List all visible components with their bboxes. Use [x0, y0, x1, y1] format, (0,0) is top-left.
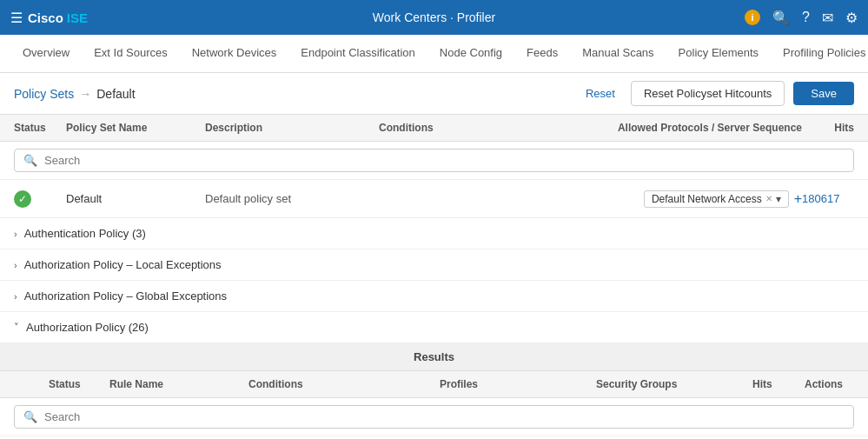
policy-name-default: Default — [66, 192, 205, 205]
sub-col-status: Status — [49, 378, 109, 390]
col-description: Description — [205, 122, 379, 134]
nav-tabs: Overview Ext Id Sources Network Devices … — [0, 35, 868, 73]
reset-button[interactable]: Reset — [579, 83, 622, 103]
cisco-logo: Cisco ISE — [28, 10, 88, 25]
policy-row-default: ✓ Default Default policy set Default Net… — [0, 180, 868, 218]
sub-col-profiles: Profiles — [440, 378, 596, 390]
settings-icon[interactable]: ⚙ — [845, 10, 858, 26]
breadcrumb-arrow: → — [79, 87, 91, 101]
chevron-right-icon: › — [14, 291, 17, 302]
search-icon[interactable]: 🔍 — [772, 10, 790, 26]
header-right: i 🔍 ? ✉ ⚙ — [745, 10, 858, 26]
policy-search-input[interactable] — [44, 154, 845, 167]
info-badge-icon[interactable]: i — [745, 10, 760, 25]
ise-text: ISE — [67, 10, 88, 25]
sub-col-conditions: Conditions — [248, 378, 440, 390]
save-button[interactable]: Save — [793, 82, 854, 105]
protocol-add-button[interactable]: + — [794, 191, 802, 207]
col-status: Status — [14, 122, 66, 134]
section-authentication-label: Authentication Policy (3) — [24, 227, 146, 240]
section-authentication-policy[interactable]: › Authentication Policy (3) — [0, 218, 868, 249]
tab-profiling-policies[interactable]: Profiling Policies — [771, 35, 868, 73]
section-authorization-label: Authorization Policy (26) — [26, 321, 149, 334]
tab-node-config[interactable]: Node Config — [427, 35, 514, 73]
chevron-right-icon: › — [14, 260, 17, 270]
policy-description-default: Default policy set — [205, 192, 379, 205]
col-policy-set-name: Policy Set Name — [66, 122, 205, 134]
policy-search-row: 🔍 — [0, 142, 868, 180]
header-left: ☰ Cisco ISE — [10, 10, 88, 26]
section-auth-local-exceptions[interactable]: › Authorization Policy – Local Exception… — [0, 249, 868, 281]
page-actions: Reset Reset Policyset Hitcounts Save — [579, 81, 854, 106]
breadcrumb-current: Default — [96, 87, 135, 101]
tab-endpoint-classification[interactable]: Endpoint Classification — [288, 35, 427, 73]
breadcrumb: Policy Sets → Default — [14, 87, 136, 101]
tab-feeds[interactable]: Feeds — [514, 35, 570, 73]
sub-col-actions: Actions — [805, 378, 868, 390]
page-title-bar: Policy Sets → Default Reset Reset Policy… — [0, 73, 868, 115]
help-icon[interactable]: ? — [802, 10, 810, 25]
section-auth-global-exceptions[interactable]: › Authorization Policy – Global Exceptio… — [0, 281, 868, 312]
search-icon: 🔍 — [23, 154, 37, 167]
chevron-down-icon: ˅ — [14, 322, 19, 333]
cisco-text: Cisco — [28, 10, 63, 25]
tab-ext-id-sources[interactable]: Ext Id Sources — [82, 35, 180, 73]
hits-link-default[interactable]: 180617 — [802, 192, 854, 205]
search-icon: 🔍 — [23, 410, 37, 423]
protocol-chip-label: Default Network Access — [652, 193, 762, 205]
col-allowed-protocols: Allowed Protocols / Server Sequence — [576, 122, 802, 134]
results-header: Results — [0, 343, 868, 371]
policy-table-header: Status Policy Set Name Description Condi… — [0, 115, 868, 142]
tab-overview[interactable]: Overview — [10, 35, 82, 73]
messages-icon[interactable]: ✉ — [822, 10, 833, 26]
section-local-exceptions-label: Authorization Policy – Local Exceptions — [24, 258, 222, 271]
protocol-chip: Default Network Access ✕ ▾ — [644, 190, 789, 208]
auth-search-input[interactable] — [44, 410, 845, 423]
section-global-exceptions-label: Authorization Policy – Global Exceptions — [24, 289, 227, 303]
hamburger-icon[interactable]: ☰ — [10, 10, 23, 26]
top-header: ☰ Cisco ISE Work Centers · Profiler i 🔍 … — [0, 0, 868, 35]
reset-policyset-button[interactable]: Reset Policyset Hitcounts — [631, 81, 785, 106]
chip-remove-icon[interactable]: ✕ — [765, 194, 772, 203]
sub-col-rule-name: Rule Name — [109, 378, 248, 390]
breadcrumb-parent[interactable]: Policy Sets — [14, 87, 74, 101]
col-hits: Hits — [802, 122, 854, 134]
section-authorization-policy[interactable]: ˅ Authorization Policy (26) — [0, 312, 868, 343]
auth-search-row: 🔍 — [0, 398, 868, 436]
auth-table-header: Status Rule Name Conditions Profiles Sec… — [0, 371, 868, 398]
chip-chevron-icon[interactable]: ▾ — [776, 193, 781, 205]
page-title: Work Centers · Profiler — [373, 10, 495, 24]
tab-manual-scans[interactable]: Manual Scans — [570, 35, 666, 73]
policy-search-wrap: 🔍 — [14, 149, 854, 172]
allowed-protocols-default: Default Network Access ✕ ▾ + — [576, 190, 802, 208]
sub-col-security-groups: Security Groups — [596, 378, 752, 390]
main-content: Status Policy Set Name Description Condi… — [0, 115, 868, 439]
chevron-right-icon: › — [14, 229, 17, 239]
tab-policy-elements[interactable]: Policy Elements — [666, 35, 771, 73]
tab-network-devices[interactable]: Network Devices — [180, 35, 289, 73]
sub-col-hits: Hits — [752, 378, 805, 390]
status-icon-default: ✓ — [14, 190, 66, 208]
auth-search-wrap: 🔍 — [14, 405, 854, 429]
col-conditions: Conditions — [379, 122, 576, 134]
